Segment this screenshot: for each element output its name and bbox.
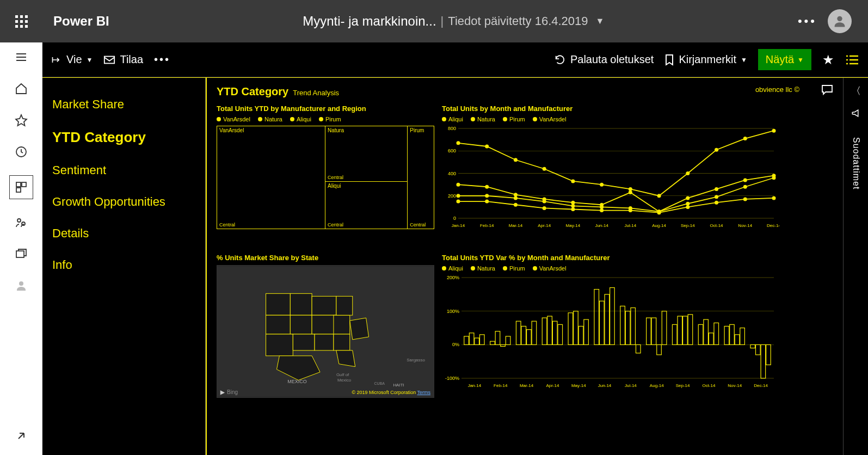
- separator: |: [441, 14, 444, 28]
- svg-rect-122: [542, 318, 547, 345]
- expand-arrow-icon[interactable]: [13, 428, 29, 444]
- view-button[interactable]: Näytä ▼: [758, 49, 811, 70]
- svg-rect-112: [490, 341, 495, 345]
- home-icon[interactable]: [13, 81, 29, 97]
- svg-rect-4: [16, 188, 21, 192]
- apps-icon[interactable]: [9, 175, 33, 199]
- list-view-button[interactable]: [845, 54, 859, 65]
- page-tab-sentiment[interactable]: Sentiment: [52, 155, 195, 186]
- page-nav: Market Share YTD Category Sentiment Grow…: [42, 78, 206, 455]
- svg-rect-113: [495, 331, 500, 345]
- tm-region-central: Central: [219, 222, 235, 228]
- svg-text:Jun-14: Jun-14: [595, 223, 608, 228]
- page-tab-market-share[interactable]: Market Share: [52, 89, 195, 120]
- more-actions-button[interactable]: •••: [154, 53, 170, 66]
- svg-text:Jan-14: Jan-14: [468, 383, 482, 388]
- map-visual[interactable]: % Units Market Share by State: [217, 254, 434, 406]
- export-button[interactable]: Vie ▼: [51, 53, 93, 66]
- svg-point-35: [543, 167, 546, 171]
- legend-aliqui: Aliqui: [448, 116, 463, 122]
- view-label: Näytä: [766, 53, 794, 66]
- svg-point-52: [686, 196, 690, 200]
- treemap-visual[interactable]: Total Units YTD by Manufacturer and Regi…: [217, 104, 434, 246]
- terms-link[interactable]: Terms: [417, 390, 431, 395]
- favorites-star-icon[interactable]: [13, 112, 29, 128]
- page-tab-info[interactable]: Info: [52, 249, 195, 281]
- svg-point-60: [571, 204, 575, 208]
- page-title: YTD Category: [217, 85, 288, 98]
- svg-rect-2: [16, 182, 21, 187]
- svg-rect-163: [756, 345, 761, 355]
- line-chart-title: Total Units by Month and Manufacturer: [442, 104, 833, 113]
- more-options-icon[interactable]: •••: [798, 14, 817, 28]
- bookmarks-button[interactable]: Kirjanmerkit ▼: [664, 53, 747, 66]
- page-tab-ytd-category[interactable]: YTD Category: [52, 120, 195, 155]
- svg-text:May-14: May-14: [566, 223, 581, 228]
- svg-text:CUBA: CUBA: [374, 382, 385, 385]
- svg-text:Jul-14: Jul-14: [625, 383, 637, 388]
- svg-rect-114: [501, 345, 506, 346]
- svg-rect-89: [315, 334, 334, 351]
- svg-point-41: [715, 148, 718, 152]
- reset-button[interactable]: Palauta oletukset: [554, 53, 654, 66]
- report-name: Myynti- ja markkinoin...: [303, 14, 436, 29]
- svg-point-66: [743, 185, 747, 189]
- subscribe-button[interactable]: Tilaa: [103, 53, 143, 66]
- svg-rect-124: [552, 321, 557, 345]
- svg-text:600: 600: [448, 148, 456, 153]
- svg-text:Feb-14: Feb-14: [480, 223, 494, 228]
- svg-rect-147: [672, 324, 677, 345]
- svg-rect-138: [625, 311, 630, 345]
- tm-region-central: Central: [410, 222, 426, 228]
- legend-natura: Natura: [477, 116, 495, 122]
- favorite-button[interactable]: ★: [822, 52, 834, 67]
- line-chart-visual[interactable]: Total Units by Month and Manufacturer Al…: [442, 104, 833, 246]
- map-attribution: ▶Bing: [220, 389, 238, 395]
- svg-rect-85: [312, 296, 336, 315]
- app-launcher[interactable]: [0, 15, 42, 28]
- comment-button[interactable]: [821, 84, 833, 98]
- header-breadcrumb[interactable]: Myynti- ja markkinoin... | Tiedot päivit…: [109, 14, 798, 29]
- svg-text:Jan-14: Jan-14: [452, 223, 465, 228]
- tm-region-central: Central: [328, 175, 343, 180]
- svg-point-46: [514, 193, 518, 196]
- filters-panel[interactable]: 〈 Suodattimet: [843, 78, 868, 455]
- svg-point-58: [514, 196, 518, 200]
- treemap-title: Total Units YTD by Manufacturer and Regi…: [217, 104, 434, 113]
- svg-rect-84: [290, 315, 312, 334]
- shared-icon[interactable]: [13, 214, 29, 231]
- bar-chart-visual[interactable]: Total Units YTD Var % by Month and Manuf…: [442, 254, 833, 406]
- tm-cell-aliqui: Aliqui: [328, 183, 341, 189]
- svg-point-79: [772, 196, 776, 200]
- legend-vanardel: VanArsdel: [539, 116, 567, 122]
- svg-rect-158: [730, 324, 735, 345]
- recent-clock-icon[interactable]: [13, 144, 29, 160]
- my-workspace-icon[interactable]: [13, 278, 29, 294]
- svg-point-42: [743, 137, 747, 140]
- svg-rect-152: [698, 324, 703, 345]
- workspaces-icon[interactable]: [13, 246, 29, 262]
- svg-text:May-14: May-14: [571, 383, 586, 388]
- svg-point-57: [485, 194, 489, 198]
- svg-point-73: [600, 208, 604, 212]
- legend-vanardel: VanArsdel: [223, 116, 250, 122]
- svg-rect-162: [750, 345, 755, 348]
- user-avatar[interactable]: [828, 9, 852, 33]
- svg-text:Apr-14: Apr-14: [538, 223, 551, 228]
- svg-point-59: [543, 200, 546, 204]
- page-tab-details[interactable]: Details: [52, 218, 195, 249]
- hamburger-icon[interactable]: [13, 49, 29, 65]
- svg-text:200: 200: [448, 193, 456, 199]
- svg-text:Dec-14: Dec-14: [767, 223, 779, 228]
- svg-rect-127: [568, 313, 573, 345]
- svg-text:0: 0: [453, 216, 456, 221]
- svg-text:Sep-14: Sep-14: [681, 223, 695, 228]
- svg-rect-154: [709, 333, 713, 345]
- svg-rect-137: [620, 306, 625, 345]
- report-canvas: YTD Category Trend Analysis obvience llc…: [206, 78, 843, 455]
- svg-rect-153: [704, 319, 709, 345]
- svg-text:400: 400: [448, 171, 456, 176]
- page-tab-growth-opportunities[interactable]: Growth Opportunities: [52, 186, 195, 218]
- svg-point-50: [629, 190, 632, 194]
- svg-rect-164: [761, 345, 766, 378]
